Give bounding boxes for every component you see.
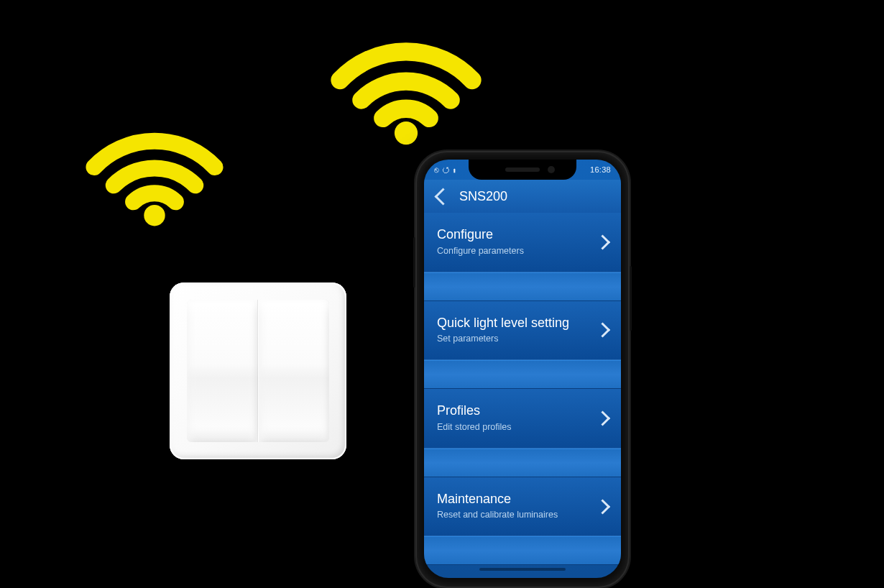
wifi-icon: [323, 0, 489, 147]
statusbar-left: ⎋ ⭯ ⬆: [434, 165, 458, 174]
menu-item-subtitle: Reset and calibrate luminaires: [437, 510, 588, 520]
smartphone: ⎋ ⭯ ⬆ 16:38 SNS200 Configure Configure p…: [415, 151, 630, 588]
menu-list: Configure Configure parameters Quick lig…: [424, 213, 621, 578]
wifi-icon: [79, 91, 230, 228]
switch-paddle-right[interactable]: [258, 300, 329, 442]
chevron-right-icon: [595, 410, 610, 426]
list-divider: [424, 536, 621, 565]
menu-item-title: Quick light level setting: [437, 316, 588, 331]
menu-item-subtitle: Edit stored profiles: [437, 422, 588, 432]
menu-item-profiles[interactable]: Profiles Edit stored profiles: [424, 389, 621, 449]
phone-screen: ⎋ ⭯ ⬆ 16:38 SNS200 Configure Configure p…: [424, 160, 621, 578]
svg-point-1: [395, 121, 418, 144]
chevron-right-icon: [595, 499, 610, 514]
list-divider: [424, 449, 621, 477]
menu-item-subtitle: Set parameters: [437, 334, 588, 344]
back-icon[interactable]: [434, 188, 451, 205]
page-title: SNS200: [459, 189, 507, 204]
chevron-right-icon: [595, 323, 610, 338]
list-divider: [424, 360, 621, 389]
home-indicator[interactable]: [479, 568, 566, 571]
app-header[interactable]: SNS200: [424, 180, 621, 213]
menu-item-title: Maintenance: [437, 492, 588, 507]
menu-item-title: Profiles: [437, 403, 588, 419]
menu-item-quick-light[interactable]: Quick light level setting Set parameters: [424, 301, 621, 361]
svg-point-0: [144, 205, 165, 226]
switch-paddle-left[interactable]: [187, 300, 258, 442]
menu-item-subtitle: Configure parameters: [437, 246, 588, 256]
phone-notch: [469, 160, 576, 180]
list-divider: [424, 272, 621, 301]
menu-item-title: Configure: [437, 227, 588, 243]
statusbar-time: 16:38: [590, 165, 611, 174]
wall-switch: [170, 282, 346, 459]
menu-item-maintenance[interactable]: Maintenance Reset and calibrate luminair…: [424, 477, 621, 537]
menu-item-configure[interactable]: Configure Configure parameters: [424, 213, 621, 272]
chevron-right-icon: [595, 234, 610, 249]
